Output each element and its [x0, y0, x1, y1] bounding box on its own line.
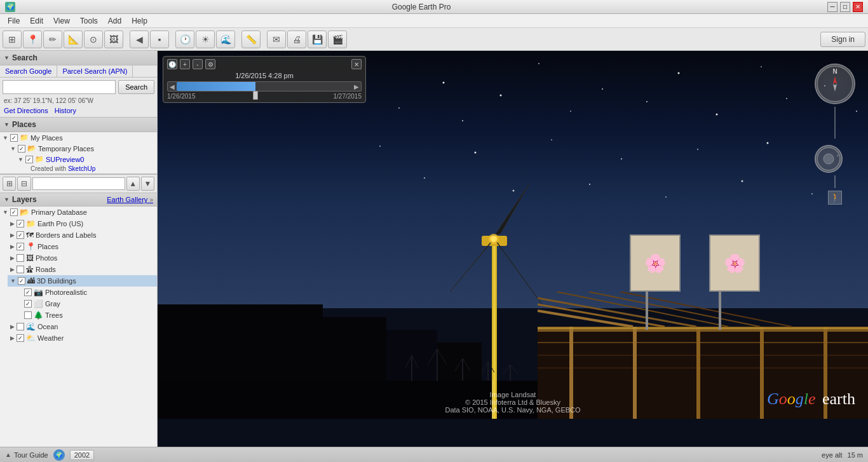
close-button[interactable]: ✕	[853, 2, 863, 12]
primary-checkbox[interactable]	[10, 208, 18, 216]
ts-clock-icon[interactable]: 🕐	[167, 59, 177, 69]
search-tab-google[interactable]: Search Google	[0, 65, 57, 77]
toolbar-email-button[interactable]: ✉	[267, 31, 286, 48]
search-section-header[interactable]: ▼ Search	[0, 51, 157, 65]
layer-gray[interactable]: ▶ ⬜ Gray	[15, 298, 157, 309]
layer-weather[interactable]: ▶ ⛅ Weather	[8, 332, 157, 344]
get-directions-link[interactable]: Get Directions	[4, 107, 48, 114]
3d-checkbox[interactable]	[18, 277, 25, 285]
menu-add[interactable]: Add	[103, 15, 126, 27]
ocean-checkbox[interactable]	[17, 323, 24, 330]
supreview-link[interactable]: SUPreview0	[46, 156, 85, 163]
menu-tools[interactable]: Tools	[75, 15, 103, 27]
places-myplaces-item[interactable]: ▼ 📁 My Places	[0, 132, 157, 143]
nav-tilt[interactable]	[815, 145, 843, 173]
attribution-line3: Data SIO, NOAA, U.S. Navy, NGA, GEBCO	[445, 406, 580, 414]
toolbar-polygon-button[interactable]: ✏	[43, 31, 62, 48]
places-move-up-button[interactable]: ▲	[126, 177, 140, 191]
layer-photos[interactable]: ▶ 🖼 Photos	[8, 252, 157, 264]
compass-ring[interactable]: N	[815, 64, 855, 104]
tour-collapse-arrow[interactable]: ▲	[5, 451, 11, 458]
toolbar-save-button[interactable]: 💾	[308, 31, 327, 48]
weather-checkbox[interactable]	[17, 334, 24, 342]
svg-rect-49	[696, 327, 700, 419]
sketchup-link[interactable]: SketchUp	[68, 165, 95, 172]
roads-checkbox[interactable]	[17, 266, 24, 273]
time-slider-track[interactable]: ◀ ▶	[167, 81, 362, 92]
view-toggle-sky-button[interactable]: ⊟	[17, 177, 31, 191]
toolbar-overlay-button[interactable]: 🖼	[104, 31, 123, 48]
svg-rect-48	[633, 327, 637, 419]
myplaces-checkbox[interactable]	[10, 134, 18, 142]
toolbar-ocean-button[interactable]: 🌊	[216, 31, 235, 48]
trees-checkbox[interactable]	[24, 311, 32, 319]
sign-in-button[interactable]: Sign in	[820, 32, 865, 47]
supreview-checkbox[interactable]	[25, 156, 33, 163]
places-move-down-button[interactable]: ▼	[141, 177, 154, 191]
toolbar-ruler-button[interactable]: 📏	[241, 31, 261, 48]
temporary-icon: 📂	[27, 144, 36, 153]
toolbar-hide-overview-button[interactable]: ▪	[150, 31, 169, 48]
toolbar-time-button[interactable]: 🕐	[175, 31, 194, 48]
minimize-button[interactable]: ─	[827, 2, 837, 12]
layer-borders[interactable]: ▶ 🗺 Borders and Labels	[8, 229, 157, 241]
layer-3d-buildings[interactable]: ▼ 🏙 3D Buildings	[8, 275, 157, 287]
layer-roads[interactable]: ▶ 🛣 Roads	[8, 264, 157, 275]
menu-edit[interactable]: Edit	[25, 15, 48, 27]
history-link[interactable]: History	[55, 107, 76, 114]
map-attribution: Image Landsat © 2015 Infoterra Ltd & Blu…	[445, 391, 580, 414]
layer-primary-database[interactable]: ▼ 📂 Primary Database	[0, 207, 157, 218]
toolbar-placemark-button[interactable]: 📍	[23, 31, 42, 48]
toolbar-path-button[interactable]: 📐	[64, 31, 83, 48]
layer-ocean[interactable]: ▶ 🌊 Ocean	[8, 321, 157, 332]
layer-photorealistic[interactable]: ▶ 📷 Photorealistic	[15, 287, 157, 298]
places-section-header[interactable]: ▼ Places	[0, 118, 157, 132]
toolbar-print-button[interactable]: 🖨	[287, 31, 306, 48]
ts-zoom-in-icon[interactable]: +	[180, 59, 190, 69]
maximize-button[interactable]: □	[840, 2, 850, 12]
earth-gallery-link[interactable]: Earth Gallery »	[107, 196, 153, 203]
borders-checkbox[interactable]	[17, 231, 24, 239]
status-globe-icon[interactable]: 🌍	[53, 449, 65, 461]
menu-file[interactable]: File	[3, 15, 25, 27]
ts-settings-icon[interactable]: ⚙	[205, 59, 215, 69]
svg-line-63	[412, 355, 418, 368]
layer-places[interactable]: ▶ 📍 Places	[8, 241, 157, 252]
billboard-left: 🌸	[630, 234, 681, 292]
slider-left-arrow[interactable]: ◀	[168, 83, 177, 90]
toolbar-sun-button[interactable]: ☀	[196, 31, 215, 48]
toolbar-movie-button[interactable]: 🎬	[328, 31, 347, 48]
menu-help[interactable]: Help	[126, 15, 153, 27]
temporary-checkbox[interactable]	[18, 145, 25, 153]
places-search-input[interactable]	[32, 177, 125, 190]
ts-zoom-out-icon[interactable]: -	[193, 59, 203, 69]
earthpro-checkbox[interactable]	[17, 220, 24, 228]
toolbar-nav-button[interactable]: ⊞	[3, 31, 22, 48]
myplaces-icon: 📁	[20, 133, 29, 142]
search-button[interactable]: Search	[118, 80, 154, 94]
slider-handle[interactable]	[253, 91, 258, 100]
attribution-line2: © 2015 Infoterra Ltd & Bluesky	[445, 398, 580, 406]
places-temporary-item[interactable]: ▼ 📂 Temporary Places	[8, 143, 157, 154]
places-layer-checkbox[interactable]	[17, 243, 24, 250]
search-tab-parcel[interactable]: Parcel Search (APN)	[57, 65, 133, 77]
nav-compass[interactable]: N 🚶	[815, 64, 855, 205]
layer-earth-pro[interactable]: ▶ 📁 Earth Pro (US)	[8, 218, 157, 229]
nav-person[interactable]: 🚶	[828, 191, 842, 205]
slider-right-arrow[interactable]: ▶	[352, 83, 361, 90]
billboard-left-image: 🌸	[644, 253, 667, 274]
toolbar-circle-button[interactable]: ⊙	[84, 31, 103, 48]
photorealistic-checkbox[interactable]	[24, 289, 32, 296]
menu-view[interactable]: View	[48, 15, 75, 27]
time-slider[interactable]: 🕐 + - ⚙ ✕ 1/26/2015 4:28 pm ◀ ▶ 1/26/201…	[163, 56, 366, 103]
ts-close-icon[interactable]: ✕	[351, 59, 362, 69]
search-input[interactable]	[3, 80, 116, 94]
photos-checkbox[interactable]	[17, 254, 24, 262]
time-slider-date: 1/26/2015 4:28 pm	[167, 72, 362, 79]
layer-trees[interactable]: ▶ 🌲 Trees	[15, 309, 157, 321]
map-area[interactable]: 🌸 🌸	[158, 51, 868, 447]
gray-checkbox[interactable]	[24, 300, 32, 308]
view-toggle-map-button[interactable]: ⊞	[3, 177, 16, 191]
places-supreview-item[interactable]: ▼ 📁 SUPreview0	[15, 154, 157, 165]
toolbar-hide-sidebar-button[interactable]: ◀	[130, 31, 149, 48]
